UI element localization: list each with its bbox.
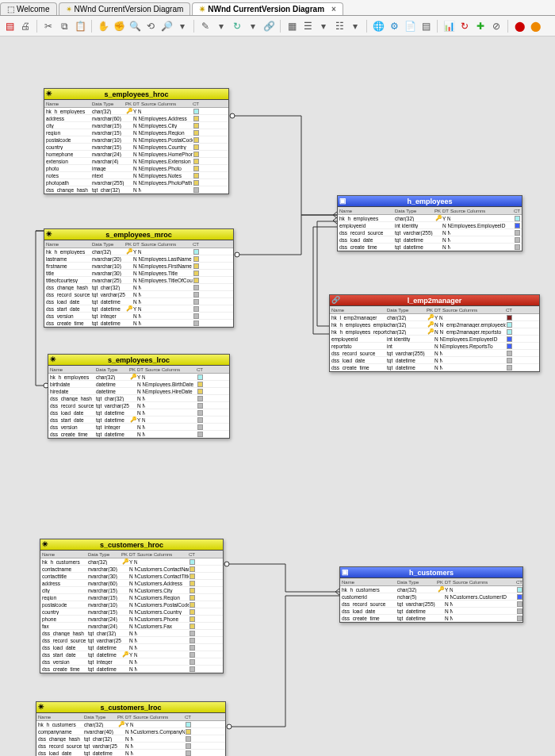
column-row[interactable]: homephone nvarchar(24) N N Employees.Hom… — [44, 151, 228, 158]
cut-icon[interactable]: ✂ — [42, 20, 55, 33]
column-row[interactable]: extension nvarchar(4) N N Employees.Exte… — [44, 158, 228, 165]
column-row[interactable]: dss_load_date tgt_datetime N N — [338, 236, 522, 244]
chevron-down-icon[interactable]: ▾ — [247, 20, 259, 33]
pan-icon[interactable]: ✊ — [113, 20, 125, 33]
chevron-down-icon[interactable]: ▾ — [176, 20, 189, 33]
column-row[interactable]: hk_h_customers char(32) 🔑 Y N — [36, 721, 225, 728]
column-row[interactable]: dss_record_source tgt_varchar(255) N N — [48, 402, 229, 409]
warn-icon[interactable]: ⬤ — [529, 20, 542, 33]
entity-title[interactable]: ✳s_employees_mroc — [44, 229, 233, 240]
close-icon[interactable]: × — [331, 5, 336, 13]
column-row[interactable]: region nvarchar(15) N N Customers.Region — [40, 594, 223, 601]
column-row[interactable]: dss_record_source tgt_varchar(255) N N — [338, 229, 522, 236]
column-row[interactable]: hk_l_emp2manager char(32) 🔑 Y N — [330, 314, 539, 321]
zoom-reset-icon[interactable]: ⟲ — [144, 20, 157, 33]
stop-icon[interactable]: ⊘ — [490, 20, 503, 33]
entity-title[interactable]: 🔗l_emp2manager — [330, 295, 539, 306]
column-row[interactable]: city nvarchar(15) N N Employees.City — [44, 122, 228, 129]
column-row[interactable]: titleofcourtesy nvarchar(25) N N Employe… — [44, 277, 233, 284]
column-row[interactable]: dss_start_date tgt_datetime 🔑 Y N — [44, 305, 233, 313]
column-row[interactable]: firstname nvarchar(10) N N Employees.Fir… — [44, 263, 233, 270]
entity-title[interactable]: ✳s_employees_hroc — [44, 89, 228, 100]
column-row[interactable]: employeeid int identity N N Employees.Em… — [338, 222, 522, 229]
entity-s_employees_mroc[interactable]: ✳s_employees_mrocNameData TypePKDTSource… — [44, 228, 234, 328]
column-row[interactable]: reportsto int N N Employees.ReportsTo — [330, 343, 539, 350]
grid-icon[interactable]: ▦ — [285, 20, 298, 33]
column-row[interactable]: hk_h_employees char(32) 🔑 Y N — [44, 108, 228, 115]
column-row[interactable]: hk_h_employees char(32) 🔑 Y N — [44, 248, 233, 255]
chevron-down-icon[interactable]: ▾ — [215, 20, 228, 33]
column-row[interactable]: dss_create_time tgt_datetime N N — [330, 364, 539, 371]
column-row[interactable]: contacttitle nvarchar(30) N N Customers.… — [40, 573, 223, 580]
column-row[interactable]: dss_version tgt_integer N N — [44, 313, 233, 320]
pdf-icon[interactable]: ▤ — [3, 20, 16, 33]
column-row[interactable]: phone nvarchar(24) N N Customers.Phone — [40, 616, 223, 623]
column-row[interactable]: hk_h_employees char(32) 🔑 Y N — [338, 215, 522, 222]
entity-h_customers[interactable]: ▣h_customersNameData TypePKDTSource Colu… — [339, 566, 523, 623]
hand-icon[interactable]: ✋ — [97, 20, 109, 33]
column-row[interactable]: contactname nvarchar(30) N N Customers.C… — [40, 566, 223, 573]
column-row[interactable]: dss_change_hash tgt_char(32) N N — [36, 735, 225, 743]
column-row[interactable]: dss_load_date tgt_datetime N N — [48, 409, 229, 416]
chart-icon[interactable]: 📊 — [442, 20, 455, 33]
column-row[interactable]: photopath nvarchar(255) N N Employees.Ph… — [44, 179, 228, 186]
refresh-icon[interactable]: ↻ — [231, 20, 243, 33]
column-row[interactable]: dss_load_date tgt_datetime N N — [36, 750, 225, 756]
column-row[interactable]: dss_version tgt_integer N N — [40, 658, 223, 666]
entity-title[interactable]: ▣h_employees — [338, 196, 522, 207]
network-icon[interactable]: ⚙ — [388, 20, 400, 33]
entity-s_customers_lroc[interactable]: ✳s_customers_lrocNameData TypePKDTSource… — [36, 701, 226, 756]
entity-title[interactable]: ✳s_employees_lroc — [48, 355, 229, 366]
entity-h_employees[interactable]: ▣h_employeesNameData TypePKDTSource Colu… — [337, 195, 522, 251]
column-row[interactable]: title nvarchar(30) N N Employees.Title — [44, 270, 233, 277]
paste-icon[interactable]: 📋 — [74, 20, 86, 33]
column-row[interactable]: dss_create_time tgt_datetime N N — [338, 244, 522, 251]
column-row[interactable]: dss_load_date tgt_datetime N N — [44, 298, 233, 305]
tab-diagram-1[interactable]: ✴NWnd CurrentVersion Diagram — [59, 2, 191, 15]
chevron-down-icon[interactable]: ▾ — [349, 20, 362, 33]
column-row[interactable]: dss_change_hash tgt_char(32) N N — [44, 284, 233, 291]
column-row[interactable]: dss_start_date tgt_datetime 🔑 Y N — [40, 651, 223, 658]
column-row[interactable]: hk_h_customers char(32) 🔑 Y N — [340, 586, 522, 593]
column-row[interactable]: dss_record_source tgt_varchar(255) N N — [40, 637, 223, 644]
column-row[interactable]: dss_record_source tgt_varchar(255) N N — [340, 601, 522, 608]
column-row[interactable]: dss_record_source tgt_varchar(255) N N — [44, 291, 233, 298]
column-row[interactable]: dss_change_hash tgt_char(32) N N — [48, 395, 229, 402]
add-icon[interactable]: ✚ — [474, 20, 487, 33]
entity-s_employees_lroc[interactable]: ✳s_employees_lrocNameData TypePKDTSource… — [48, 354, 230, 439]
column-row[interactable]: hk_h_employees_reportsto char(32) 🔑 N N … — [330, 328, 539, 336]
column-row[interactable]: address nvarchar(60) N N Customers.Addre… — [40, 580, 223, 587]
column-row[interactable]: region nvarchar(15) N N Employees.Region — [44, 129, 228, 136]
zoom-out-icon[interactable]: 🔎 — [160, 20, 173, 33]
column-row[interactable]: dss_load_date tgt_datetime N N — [330, 357, 539, 364]
reload-icon[interactable]: ↻ — [458, 20, 471, 33]
column-row[interactable]: fax nvarchar(24) N N Customers.Fax — [40, 623, 223, 630]
entity-s_employees_hroc[interactable]: ✳s_employees_hrocNameData TypePKDTSource… — [44, 88, 229, 194]
column-row[interactable]: dss_load_date tgt_datetime N N — [340, 608, 522, 615]
column-row[interactable]: dss_load_date tgt_datetime N N — [40, 644, 223, 651]
entity-s_customers_hroc[interactable]: ✳s_customers_hrocNameData TypePKDTSource… — [40, 539, 224, 673]
column-row[interactable]: dss_change_hash tgt_char(32) N N — [40, 630, 223, 637]
zoom-in-icon[interactable]: 🔍 — [128, 20, 141, 33]
column-row[interactable]: photo image N N Employees.Photo — [44, 165, 228, 172]
list-icon[interactable]: ☰ — [301, 20, 314, 33]
tab-welcome[interactable]: ⬚Welcome — [0, 2, 57, 15]
column-row[interactable]: postalcode nvarchar(10) N N Employees.Po… — [44, 136, 228, 144]
column-row[interactable]: birthdate datetime N N Employees.BirthDa… — [48, 381, 229, 388]
column-row[interactable]: city nvarchar(15) N N Customers.City — [40, 587, 223, 594]
column-row[interactable]: lastname nvarchar(20) N N Employees.Last… — [44, 255, 233, 263]
column-row[interactable]: dss_change_hash tgt_char(32) N N — [44, 186, 228, 194]
diagram-canvas[interactable]: ✳s_employees_hrocNameData TypePKDTSource… — [0, 36, 555, 756]
chevron-down-icon[interactable]: ▾ — [317, 20, 330, 33]
link-icon[interactable]: 🔗 — [262, 20, 275, 33]
column-row[interactable]: dss_create_time tgt_datetime N N — [48, 431, 229, 438]
copy-icon[interactable]: ⧉ — [58, 20, 71, 33]
tab-diagram-2-active[interactable]: ✴NWnd CurrentVersion Diagram× — [192, 2, 343, 15]
column-row[interactable]: hk_h_employees char(32) 🔑 Y N — [48, 374, 229, 381]
entity-l_emp2manager[interactable]: 🔗l_emp2managerNameData TypePKDTSource Co… — [329, 294, 540, 372]
table-icon[interactable]: ▤ — [419, 20, 432, 33]
column-row[interactable]: dss_record_source tgt_varchar(255) N N — [330, 350, 539, 357]
entity-title[interactable]: ✳s_customers_hroc — [40, 539, 223, 551]
column-row[interactable]: country nvarchar(15) N N Customers.Count… — [40, 608, 223, 616]
column-row[interactable]: hiredate datetime N N Employees.HireDate — [48, 388, 229, 395]
